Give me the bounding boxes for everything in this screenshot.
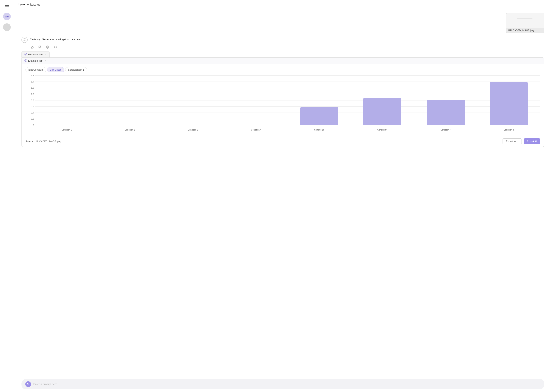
bar[interactable] xyxy=(490,82,528,125)
more-options-button[interactable] xyxy=(61,45,65,49)
y-axis-label: 1.2 xyxy=(26,87,34,89)
image-preview xyxy=(506,13,544,28)
ai-actions-row xyxy=(30,45,544,49)
thumbs-up-button[interactable] xyxy=(30,45,35,49)
export-as-button[interactable]: Export as... xyxy=(502,138,522,144)
volume-button[interactable] xyxy=(53,45,58,49)
svg-point-14 xyxy=(28,384,28,384)
bar-label: Condition 2 xyxy=(125,129,135,131)
uploaded-image-block: UPLOADED_IMAGE.jpeg xyxy=(22,13,544,33)
hamburger-menu[interactable] xyxy=(3,4,10,10)
prompt-input-wrap xyxy=(22,379,544,389)
y-axis-label: 1.0 xyxy=(26,93,34,95)
outer-tab-close[interactable]: ✕ xyxy=(45,53,47,56)
bar-group: Condition 4 xyxy=(225,75,288,125)
bar-label: Condition 8 xyxy=(504,129,514,131)
bars-area: Condition 1Condition 2Condition 3Conditi… xyxy=(35,75,540,125)
footer-buttons: Export as... Export All xyxy=(502,138,540,144)
tab-spreadsheet[interactable]: Spreadsheet 1 xyxy=(65,67,87,72)
svg-point-6 xyxy=(63,47,63,47)
app-subtitle: whiteLotus xyxy=(27,3,40,6)
inner-tabs: Blot Contours Bar Graph Spreadsheet 1 xyxy=(25,67,540,72)
bar-group: Condition 7 xyxy=(414,75,477,125)
widget-window-header: Example Tab ✕ — xyxy=(22,58,544,64)
window-tab-icon xyxy=(24,59,27,63)
bar-label: Condition 7 xyxy=(440,129,450,131)
bar-group: Condition 5 xyxy=(288,75,351,125)
tab-blot-contours[interactable]: Blot Contours xyxy=(25,67,46,72)
prompt-bar xyxy=(14,376,552,392)
widget-content: Blot Contours Bar Graph Spreadsheet 1 1.… xyxy=(22,64,544,136)
header: Lynx whiteLotus xyxy=(14,0,552,9)
svg-point-13 xyxy=(26,60,26,60)
window-tab-label: Example Tab xyxy=(28,59,43,62)
bar-group: Condition 2 xyxy=(98,75,162,125)
bar-chart: 1.61.41.21.00.80.60.40.20 Condition 1Con… xyxy=(25,75,540,133)
ai-response-text: Certainly! Generating a widget to... etc… xyxy=(30,37,81,41)
svg-point-11 xyxy=(25,59,27,62)
y-axis-label: 0.2 xyxy=(26,118,34,120)
y-axis-label: 0.4 xyxy=(26,112,34,114)
image-filename: UPLOADED_IMAGE.jpeg xyxy=(506,28,544,33)
tab-icon xyxy=(24,53,27,56)
source-filename: UPLOADED_IMAGE.jpeg xyxy=(35,140,61,143)
ai-message-block: Certainly! Generating a widget to... etc… xyxy=(22,37,544,147)
svg-point-8 xyxy=(25,53,27,55)
avatar-secondary[interactable] xyxy=(3,23,11,31)
svg-point-1 xyxy=(24,39,24,40)
outer-tab-label: Example Tab xyxy=(28,53,43,56)
widget-tabs-outer: Example Tab ✕ xyxy=(22,51,544,57)
bar-label: Condition 3 xyxy=(188,129,198,131)
bar-label: Condition 6 xyxy=(378,129,388,131)
svg-point-5 xyxy=(62,47,62,47)
minimize-button[interactable]: — xyxy=(539,59,541,63)
app-name: Lynx xyxy=(18,3,25,6)
export-all-button[interactable]: Export All xyxy=(524,138,540,144)
bar-group: Condition 3 xyxy=(161,75,225,125)
y-axis-label: 1.6 xyxy=(26,74,34,77)
window-tab-close[interactable]: ✕ xyxy=(44,60,46,62)
chat-area: UPLOADED_IMAGE.jpeg Certainly! Generatin… xyxy=(14,9,552,376)
bar[interactable] xyxy=(427,100,465,125)
bar-group: Condition 8 xyxy=(477,75,540,125)
settings-button[interactable] xyxy=(45,45,50,49)
widget-outer-tab[interactable]: Example Tab ✕ xyxy=(22,51,50,57)
bar-group: Condition 6 xyxy=(351,75,414,125)
widget-footer: Source: UPLOADED_IMAGE.jpeg Export as...… xyxy=(22,136,544,147)
bar-label: Condition 1 xyxy=(62,129,72,131)
bar-label: Condition 4 xyxy=(251,129,261,131)
svg-point-10 xyxy=(26,54,26,54)
tab-bar-graph[interactable]: Bar Graph xyxy=(47,67,64,72)
attach-button[interactable] xyxy=(25,381,31,387)
y-axis-label: 0.8 xyxy=(26,99,34,101)
svg-point-3 xyxy=(47,47,48,48)
svg-point-0 xyxy=(23,38,26,41)
bar-label: Condition 5 xyxy=(314,129,324,131)
svg-point-7 xyxy=(64,47,64,47)
y-axis-label: 0.6 xyxy=(26,105,34,108)
source-info: Source: UPLOADED_IMAGE.jpeg xyxy=(25,140,61,143)
y-axis-label: 1.4 xyxy=(26,81,34,83)
bar[interactable] xyxy=(363,98,401,125)
prompt-input[interactable] xyxy=(33,383,540,386)
image-preview-lines xyxy=(517,19,533,22)
widget-panel: Example Tab ✕ Example Tab ✕ — xyxy=(22,51,544,147)
bar[interactable] xyxy=(300,107,338,125)
main-content: Lynx whiteLotus UPLOADED_IMAGE.jpeg xyxy=(14,0,552,392)
widget-window: Example Tab ✕ — Blot Contours Bar Graph … xyxy=(22,57,544,147)
svg-marker-4 xyxy=(54,46,55,48)
svg-point-2 xyxy=(25,39,25,40)
sidebar: WB xyxy=(0,0,14,392)
ai-avatar-icon xyxy=(22,37,28,43)
widget-window-tab[interactable]: Example Tab ✕ xyxy=(24,59,46,63)
y-axis-label: 0 xyxy=(26,124,34,126)
bar-group: Condition 1 xyxy=(35,75,98,125)
avatar-wb[interactable]: WB xyxy=(3,13,11,20)
ai-message-row: Certainly! Generating a widget to... etc… xyxy=(22,37,544,43)
thumbs-down-button[interactable] xyxy=(37,45,42,49)
